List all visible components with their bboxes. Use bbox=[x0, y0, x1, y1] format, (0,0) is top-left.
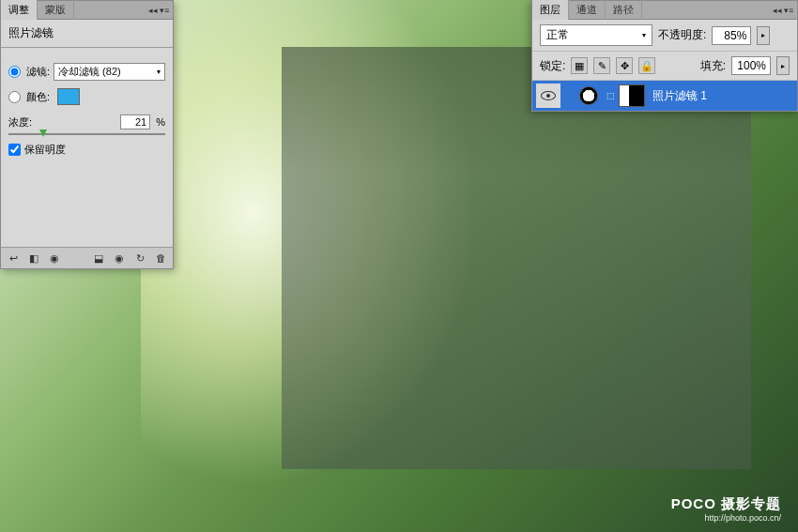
tab-channels[interactable]: 通道 bbox=[569, 0, 606, 20]
collapse-icon[interactable]: ◂◂ bbox=[148, 6, 158, 15]
adjustment-title: 照片滤镜 bbox=[1, 20, 173, 48]
color-radio[interactable] bbox=[8, 91, 21, 103]
clip-icon[interactable]: ⬓ bbox=[92, 251, 105, 265]
color-swatch[interactable] bbox=[57, 88, 80, 105]
reset-icon[interactable]: ↻ bbox=[133, 251, 146, 265]
chevron-down-icon: ▾ bbox=[157, 68, 161, 76]
watermark-main: POCO 摄影专题 bbox=[671, 495, 781, 513]
blend-mode-value: 正常 bbox=[546, 27, 569, 43]
tab-masks[interactable]: 蒙版 bbox=[38, 0, 74, 20]
fill-arrow[interactable]: ▸ bbox=[776, 56, 790, 75]
trash-icon[interactable]: 🗑 bbox=[154, 251, 167, 265]
chevron-down-icon: ▾ bbox=[642, 31, 646, 39]
preserve-luminosity-row: 保留明度 bbox=[8, 143, 165, 157]
lock-label: 锁定: bbox=[540, 58, 565, 74]
filter-value: 冷却滤镜 (82) bbox=[58, 65, 121, 79]
density-slider[interactable] bbox=[8, 133, 165, 135]
layer-link-icon[interactable]: ⬚ bbox=[606, 91, 615, 100]
layers-toolbar: 正常 ▾ 不透明度: ▸ bbox=[532, 20, 797, 52]
fill-input[interactable] bbox=[731, 56, 771, 75]
layer-item[interactable]: ⬚ 照片滤镜 1 bbox=[532, 81, 797, 111]
filter-row: 滤镜: 冷却滤镜 (82) ▾ bbox=[8, 63, 165, 81]
density-slider-thumb[interactable] bbox=[39, 129, 47, 137]
filter-radio[interactable] bbox=[8, 66, 21, 78]
adjustments-footer: ↩ ◧ ◉ ⬓ ◉ ↻ 🗑 bbox=[1, 247, 173, 268]
opacity-input[interactable] bbox=[712, 26, 751, 45]
return-icon[interactable]: ↩ bbox=[7, 251, 20, 265]
collapse-icon[interactable]: ◂◂ bbox=[773, 6, 782, 15]
watermark: POCO 摄影专题 http://photo.poco.cn/ bbox=[671, 495, 781, 523]
adjustments-panel: 调整 蒙版 ◂◂ ▾≡ 照片滤镜 滤镜: 冷却滤镜 (82) ▾ 颜色: 浓度:… bbox=[0, 0, 174, 269]
opacity-label: 不透明度: bbox=[658, 27, 706, 43]
adjustments-body: 滤镜: 冷却滤镜 (82) ▾ 颜色: 浓度: % 保留明度 bbox=[1, 48, 173, 247]
panel-menu-icon[interactable]: ▾≡ bbox=[784, 6, 793, 15]
watermark-url: http://photo.poco.cn/ bbox=[671, 513, 781, 523]
lock-pixels-icon[interactable]: ✎ bbox=[593, 57, 610, 74]
panel-menu-icon[interactable]: ▾≡ bbox=[160, 6, 169, 15]
preserve-luminosity-checkbox[interactable] bbox=[8, 144, 21, 156]
layer-name[interactable]: 照片滤镜 1 bbox=[649, 88, 707, 104]
layer-mask-thumb[interactable] bbox=[619, 84, 645, 107]
fill-label: 填充: bbox=[700, 58, 726, 74]
layers-panel-header: 图层 通道 路径 ◂◂ ▾≡ bbox=[532, 1, 797, 20]
filter-dropdown[interactable]: 冷却滤镜 (82) ▾ bbox=[54, 63, 165, 81]
blend-mode-dropdown[interactable]: 正常 ▾ bbox=[540, 24, 652, 46]
tab-layers[interactable]: 图层 bbox=[532, 0, 569, 20]
layers-panel: 图层 通道 路径 ◂◂ ▾≡ 正常 ▾ 不透明度: ▸ 锁定: ▦ ✎ ✥ 🔒 … bbox=[531, 0, 798, 112]
tab-paths[interactable]: 路径 bbox=[606, 0, 642, 20]
lock-row: 锁定: ▦ ✎ ✥ 🔒 填充: ▸ bbox=[532, 52, 797, 81]
adjustment-layer-thumb[interactable] bbox=[579, 86, 598, 105]
tab-adjustments[interactable]: 调整 bbox=[1, 0, 38, 20]
lock-all-icon[interactable]: 🔒 bbox=[638, 57, 655, 74]
expand-icon[interactable]: ◧ bbox=[27, 251, 40, 265]
previous-icon[interactable]: ◉ bbox=[113, 251, 126, 265]
density-input[interactable] bbox=[120, 114, 150, 129]
opacity-arrow[interactable]: ▸ bbox=[757, 26, 770, 45]
color-label: 颜色: bbox=[26, 90, 50, 104]
lock-position-icon[interactable]: ✥ bbox=[616, 57, 633, 74]
density-label: 浓度: bbox=[8, 115, 32, 129]
color-row: 颜色: bbox=[8, 88, 165, 105]
density-row: 浓度: % bbox=[8, 114, 165, 129]
eye-icon bbox=[541, 91, 556, 100]
filter-label: 滤镜: bbox=[26, 65, 50, 79]
lock-transparent-icon[interactable]: ▦ bbox=[571, 57, 588, 74]
adjustments-panel-header: 调整 蒙版 ◂◂ ▾≡ bbox=[1, 1, 173, 20]
density-unit: % bbox=[156, 116, 165, 128]
visibility-toggle-icon[interactable]: ◉ bbox=[48, 251, 61, 265]
layer-visibility-toggle[interactable] bbox=[536, 84, 560, 108]
preserve-luminosity-label: 保留明度 bbox=[24, 143, 66, 157]
